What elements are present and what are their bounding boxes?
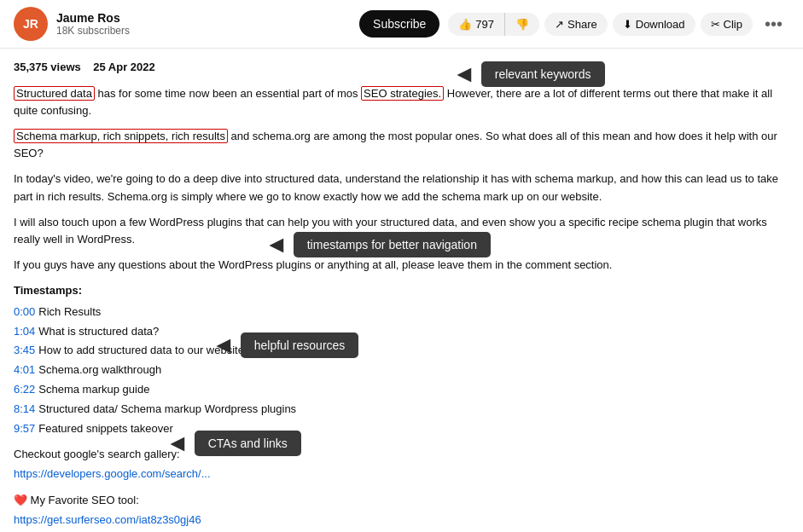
keyword-schema-snippets: Schema markup, rich snippets, rich resul… [14,129,228,143]
view-count: 35,375 views [14,61,81,73]
timestamp-title-3: Schema.org walkthrough [38,361,161,379]
like-group: 👍 797 👎 [448,13,539,36]
download-icon: ⬇ [623,18,632,31]
timestamp-link-6[interactable]: 9:57 [14,420,35,438]
timestamps-section: Timestamps: 0:00 Rich Results 1:04 What … [14,282,788,437]
seo-tool-link[interactable]: https://get.surferseo.com/iat8z3s0gj46 [14,512,788,529]
subscriber-count: 18K subscribers [56,25,351,37]
timestamp-link-3[interactable]: 4:01 [14,361,35,379]
description-para-3: In today's video, we're going to do a de… [14,171,788,205]
timestamp-title-4: Schema markup guide [38,381,149,399]
timestamp-title-5: Structured data/ Schema markup Wordpress… [38,401,296,419]
action-buttons: 👍 797 👎 ↗ Share ⬇ Download ✂ Clip ••• [448,11,789,38]
list-item: 0:00 Rich Results [14,304,788,321]
timestamp-title-2: How to add structured data to our websit… [38,342,250,360]
channel-name: Jaume Ros [56,11,351,25]
timestamp-link-4[interactable]: 6:22 [14,381,35,399]
dislike-button[interactable]: 👎 [504,13,539,36]
description-para-4: I will also touch upon a few WordPress p… [14,214,788,248]
timestamps-label: Timestamps: [14,282,788,300]
avatar: JR [14,7,48,41]
description-para-5: If you guys have any questions about the… [14,257,788,274]
list-item: 9:57 Featured snippets takeover [14,420,788,438]
like-count: 797 [475,18,494,31]
list-item: 8:14 Structured data/ Schema markup Word… [14,401,788,419]
timestamp-link-1[interactable]: 1:04 [14,323,35,341]
more-options-button[interactable]: ••• [758,11,789,38]
timestamp-link-2[interactable]: 3:45 [14,342,35,360]
timestamp-title-6: Featured snippets takeover [38,420,173,438]
list-item: 6:22 Schema markup guide [14,381,788,399]
share-button[interactable]: ↗ Share [544,13,608,36]
timestamp-title-0: Rich Results [38,304,101,321]
resources-label: Checkout google's search gallery: [14,446,788,464]
description-panel: 35,375 views 25 Apr 2022 Structured data… [0,49,802,532]
timestamp-link-5[interactable]: 8:14 [14,401,35,419]
channel-header: JR Jaume Ros 18K subscribers Subscribe 👍… [0,0,803,49]
page-wrapper: JR Jaume Ros 18K subscribers Subscribe 👍… [0,0,803,532]
list-item: 3:45 How to add structured data to our w… [14,342,788,360]
like-button[interactable]: 👍 797 [448,13,504,36]
clip-icon: ✂ [711,18,720,31]
download-button[interactable]: ⬇ Download [613,13,695,36]
timestamp-link-0[interactable]: 0:00 [14,304,35,321]
meta-line: 35,375 views 25 Apr 2022 [14,59,788,77]
subscribe-button[interactable]: Subscribe [359,10,439,38]
keyword-seo-strategies: SEO strategies. [361,86,444,101]
thumbs-up-icon: 👍 [458,18,472,31]
share-icon: ↗ [555,18,564,31]
description-para-2: Schema markup, rich snippets, rich resul… [14,128,788,162]
seo-tool-section: ❤️ My Favorite SEO tool: https://get.sur… [14,492,788,529]
list-item: 4:01 Schema.org walkthrough [14,361,788,379]
clip-button[interactable]: ✂ Clip [701,13,753,36]
seo-tool-label: ❤️ My Favorite SEO tool: [14,492,788,510]
resources-link[interactable]: https://developers.google.com/search/... [14,466,788,483]
timestamp-title-1: What is structured data? [38,323,159,341]
channel-info: Jaume Ros 18K subscribers [56,11,351,37]
upload-date: 25 Apr 2022 [93,61,155,73]
description-para-1: Structured data has for some time now be… [14,85,788,119]
keyword-structured-data: Structured data [14,86,95,101]
list-item: 1:04 What is structured data? [14,323,788,341]
thumbs-down-icon: 👎 [515,18,529,31]
